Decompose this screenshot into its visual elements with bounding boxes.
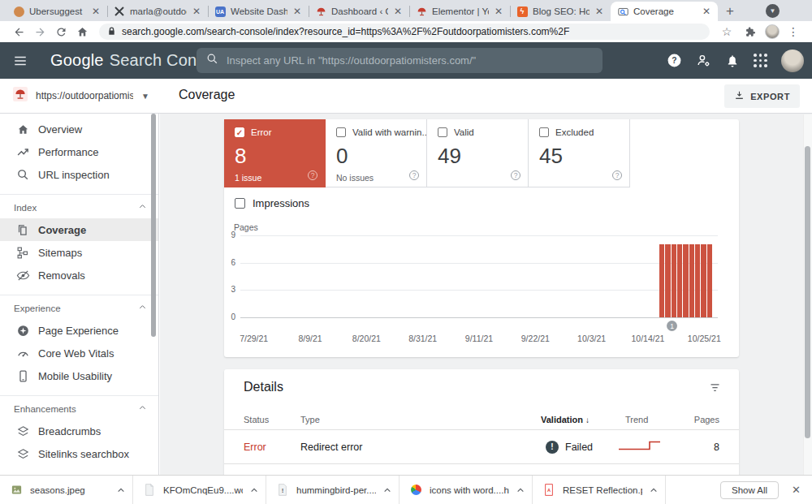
help-icon[interactable]: ? xyxy=(409,170,419,180)
sidebar-item-url-inspection[interactable]: URL inspection xyxy=(0,163,158,186)
valid-warnings-checkbox[interactable] xyxy=(336,127,346,137)
close-tab-icon[interactable]: ✕ xyxy=(702,6,711,16)
svg-text:A: A xyxy=(547,488,551,493)
impressions-toggle[interactable]: Impressions xyxy=(235,197,309,209)
tab-ubersuggest[interactable]: Ubersuggest ✕ xyxy=(6,2,107,21)
tab-website-dashboard[interactable]: UA Website Dashboard - ✕ xyxy=(208,2,309,21)
error-bar[interactable] xyxy=(665,244,670,317)
help-icon[interactable]: ? xyxy=(667,53,682,68)
download-item-woff2[interactable]: KFOmCnqEu9....woff2 xyxy=(133,476,266,504)
error-bar[interactable] xyxy=(659,244,664,317)
sidebar-scrollbar[interactable] xyxy=(151,114,156,337)
back-icon[interactable] xyxy=(8,25,29,38)
valid-status-card[interactable]: Valid 49 ? xyxy=(427,119,529,187)
tab-coverage-active[interactable]: Coverage ✕ xyxy=(611,2,718,21)
close-tab-icon[interactable]: ✕ xyxy=(292,6,302,16)
row-type[interactable]: Redirect error xyxy=(300,442,362,453)
extensions-puzzle-icon[interactable] xyxy=(741,25,762,37)
download-item-zip[interactable]: ! hummingbird-per....zip xyxy=(266,476,400,504)
close-tab-icon[interactable]: ✕ xyxy=(393,6,403,16)
valid-checkbox[interactable] xyxy=(438,127,447,137)
forward-icon[interactable] xyxy=(29,25,50,38)
sidebar-item-label: Overview xyxy=(38,123,82,136)
address-bar[interactable] xyxy=(99,24,710,40)
reload-icon[interactable] xyxy=(50,25,71,38)
sidebar-item-coverage[interactable]: Coverage xyxy=(0,218,158,241)
bookmark-star-icon[interactable]: ☆ xyxy=(716,26,737,37)
valid-warnings-status-card[interactable]: Valid with warnin... 0 No issues ? xyxy=(326,119,427,187)
hamburger-menu-icon[interactable] xyxy=(13,54,28,68)
tab-elementor[interactable]: Elementor | Your Guid ✕ xyxy=(409,2,510,21)
sidebar-item-page-experience[interactable]: Page Experience xyxy=(0,319,158,342)
lock-icon xyxy=(107,24,116,39)
export-button[interactable]: EXPORT xyxy=(724,84,800,108)
filter-icon[interactable] xyxy=(709,381,721,397)
chevron-up-icon[interactable] xyxy=(117,486,125,494)
download-item-seasons-jpeg[interactable]: seasons.jpeg xyxy=(0,476,133,504)
chevron-up-icon[interactable] xyxy=(383,486,391,494)
help-icon[interactable]: ? xyxy=(612,170,622,180)
home-icon[interactable] xyxy=(71,25,93,38)
details-table-row[interactable]: Error Redirect error ! Failed 8 xyxy=(224,430,739,464)
browser-profile-avatar[interactable] xyxy=(765,24,780,39)
error-bar[interactable] xyxy=(683,244,688,317)
status-card-label: Error xyxy=(251,127,272,137)
tab-search-button[interactable]: ▼ xyxy=(766,4,780,18)
close-tab-icon[interactable]: ✕ xyxy=(494,6,503,16)
main-scrollbar[interactable] xyxy=(805,146,810,438)
sidebar-item-breadcrumbs[interactable]: Breadcrumbs xyxy=(0,420,158,442)
error-bar[interactable] xyxy=(672,244,676,317)
sidebar-item-core-web-vitals[interactable]: Core Web Vitals xyxy=(0,342,158,364)
close-downloads-bar-icon[interactable]: ✕ xyxy=(792,484,801,496)
chevron-up-icon[interactable] xyxy=(650,486,658,494)
error-bar[interactable] xyxy=(707,244,712,317)
ubersuggest-favicon xyxy=(13,6,24,17)
notifications-bell-icon[interactable] xyxy=(725,54,740,68)
property-selector[interactable]: https://outdoorpatiomisters.... ▼ xyxy=(0,79,159,113)
download-item-html[interactable]: icons with word....html xyxy=(400,476,533,504)
section-header-experience[interactable]: Experience xyxy=(0,297,158,319)
sidebar-item-mobile-usability[interactable]: Mobile Usability xyxy=(0,364,158,387)
close-tab-icon[interactable]: ✕ xyxy=(192,6,201,16)
download-item-pdf[interactable]: A RESET Reflection.pdf xyxy=(533,476,666,504)
url-inspect-searchbox[interactable] xyxy=(197,48,603,73)
chart-annotation-marker[interactable]: 1 xyxy=(667,321,677,331)
excluded-status-card[interactable]: Excluded 45 ? xyxy=(529,119,630,187)
error-bar[interactable] xyxy=(701,244,706,317)
url-inspect-input[interactable] xyxy=(227,54,593,67)
url-input[interactable] xyxy=(122,26,702,37)
help-icon[interactable]: ? xyxy=(511,170,520,180)
tab-blog-seo[interactable]: ϟ Blog SEO: How to Sea ✕ xyxy=(510,2,611,21)
error-checkbox[interactable]: ✓ xyxy=(235,127,244,137)
excluded-checkbox[interactable] xyxy=(539,127,549,137)
sidebar-item-sitemaps[interactable]: Sitemaps xyxy=(0,241,158,264)
sidebar-item-overview[interactable]: Overview xyxy=(0,118,158,140)
gsc-account-avatar[interactable] xyxy=(781,50,804,72)
close-tab-icon[interactable]: ✕ xyxy=(91,6,101,16)
error-bar[interactable] xyxy=(677,244,682,317)
user-settings-icon[interactable] xyxy=(696,53,711,68)
error-status-card[interactable]: ✓ Error 8 1 issue ? xyxy=(224,119,326,187)
row-status[interactable]: Error xyxy=(244,442,266,453)
google-apps-grid-icon[interactable] xyxy=(754,54,767,67)
show-all-downloads-button[interactable]: Show All xyxy=(720,481,779,499)
section-header-enhancements[interactable]: Enhancements xyxy=(0,398,158,420)
new-tab-button[interactable]: + xyxy=(726,4,734,18)
impressions-checkbox[interactable] xyxy=(235,198,245,209)
sidebar-item-sitelinks-searchbox[interactable]: Sitelinks searchbox xyxy=(0,442,158,465)
search-icon xyxy=(206,53,218,68)
section-header-index[interactable]: Index xyxy=(0,196,158,218)
close-tab-icon[interactable]: ✕ xyxy=(594,6,604,16)
tab-wp-dashboard[interactable]: Dashboard ‹ Outdoo ✕ xyxy=(309,2,409,21)
help-icon[interactable]: ? xyxy=(308,170,317,180)
error-bar[interactable] xyxy=(695,244,700,317)
browser-menu-kebab-icon[interactable]: ⋮ xyxy=(783,26,804,37)
chevron-up-icon[interactable] xyxy=(250,486,258,494)
error-bar[interactable] xyxy=(689,244,694,317)
failed-exclamation-icon: ! xyxy=(546,441,559,454)
col-validation-sort[interactable]: Validation ↓ xyxy=(541,415,590,424)
tab-mail[interactable]: marla@outdoorpatiom ✕ xyxy=(107,2,208,21)
chevron-up-icon[interactable] xyxy=(516,486,525,494)
sidebar-item-performance[interactable]: Performance xyxy=(0,140,158,163)
sidebar-item-removals[interactable]: Removals xyxy=(0,264,158,286)
